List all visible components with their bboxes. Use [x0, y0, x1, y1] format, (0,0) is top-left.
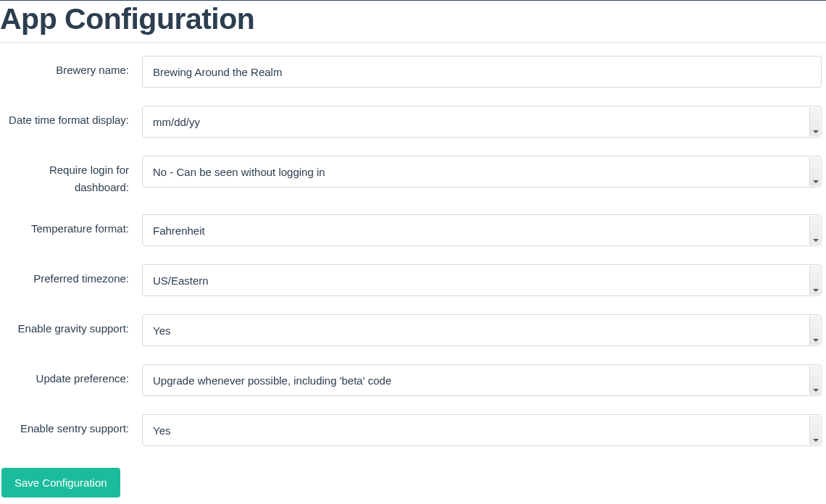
brewery-name-input[interactable]	[142, 56, 822, 88]
row-date-time-format: Date time format display: mm/dd/yy	[0, 106, 826, 138]
row-require-login: Require login for dashboard: No - Can be…	[0, 156, 826, 196]
enable-sentry-label: Enable sentry support:	[0, 414, 142, 437]
app-config-form: Brewery name: Date time format display: …	[0, 56, 826, 497]
enable-gravity-label: Enable gravity support:	[0, 314, 142, 337]
date-time-format-select[interactable]: mm/dd/yy	[142, 106, 822, 138]
row-enable-gravity: Enable gravity support: Yes	[0, 314, 826, 346]
update-preference-select[interactable]: Upgrade whenever possible, including 'be…	[142, 364, 822, 396]
row-brewery-name: Brewery name:	[0, 56, 826, 88]
enable-sentry-select[interactable]: Yes	[142, 414, 822, 446]
preferred-timezone-label: Preferred timezone:	[0, 264, 142, 287]
temperature-format-select[interactable]: Fahrenheit	[142, 214, 822, 246]
row-temperature-format: Temperature format: Fahrenheit	[0, 214, 826, 246]
require-login-select[interactable]: No - Can be seen without logging in	[142, 156, 822, 188]
require-login-label: Require login for dashboard:	[0, 156, 142, 196]
row-enable-sentry: Enable sentry support: Yes	[0, 414, 826, 446]
save-configuration-button[interactable]: Save Configuration	[1, 468, 120, 497]
brewery-name-label: Brewery name:	[0, 56, 142, 79]
date-time-format-label: Date time format display:	[0, 106, 142, 129]
enable-gravity-select[interactable]: Yes	[142, 314, 822, 346]
page-title: App Configuration	[0, 0, 826, 43]
temperature-format-label: Temperature format:	[0, 214, 142, 238]
row-preferred-timezone: Preferred timezone: US/Eastern	[0, 264, 826, 296]
update-preference-label: Update preference:	[0, 364, 142, 387]
preferred-timezone-select[interactable]: US/Eastern	[142, 264, 822, 296]
row-update-preference: Update preference: Upgrade whenever poss…	[0, 364, 826, 396]
